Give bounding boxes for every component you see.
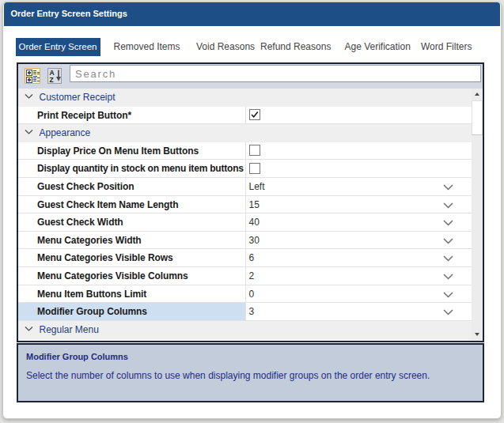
svg-text:Z: Z: [50, 76, 54, 83]
